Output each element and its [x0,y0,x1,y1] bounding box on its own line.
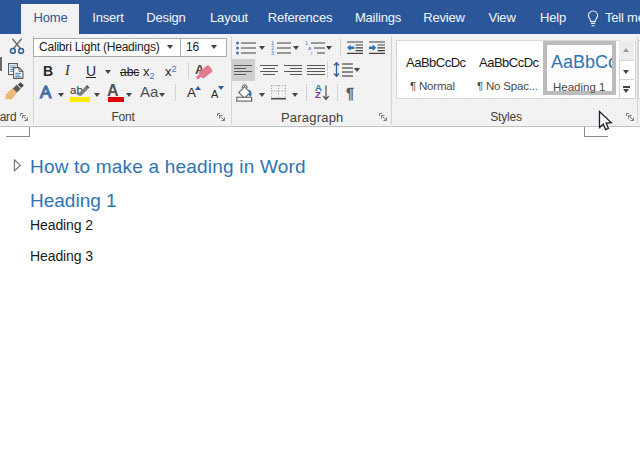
svg-text:i: i [311,50,312,55]
svg-text:3: 3 [271,50,274,56]
